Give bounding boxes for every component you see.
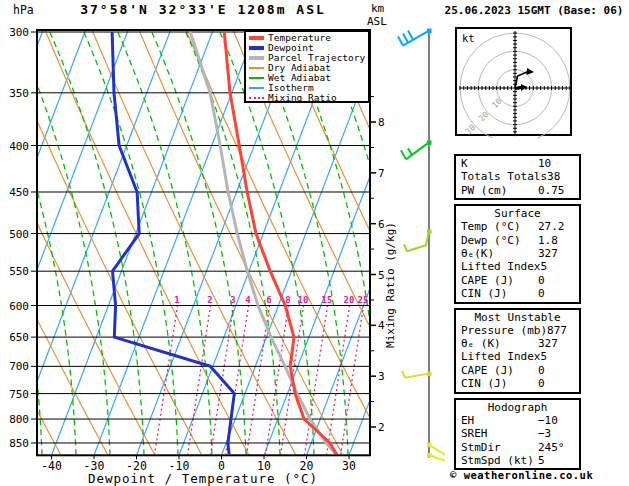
trace-arrowhead bbox=[527, 68, 535, 75]
row-value: 327 bbox=[538, 247, 576, 260]
row-label: Lifted Index bbox=[461, 260, 540, 273]
table-row: CAPE (J)0 bbox=[456, 364, 579, 377]
table-row: Pressure (mb)877 bbox=[456, 324, 579, 337]
svg-text:2: 2 bbox=[207, 295, 212, 305]
hodograph-ring-label: 30 bbox=[463, 122, 477, 136]
row-value: 0 bbox=[538, 287, 576, 300]
svg-text:850: 850 bbox=[9, 437, 29, 450]
hodograph-ring-label: 10 bbox=[490, 96, 504, 110]
wind-barb bbox=[402, 371, 432, 378]
wind-barb bbox=[404, 229, 432, 251]
svg-text:25: 25 bbox=[358, 295, 369, 305]
indices-panel: K10Totals Totals38PW (cm)0.75 SurfaceTem… bbox=[454, 154, 581, 474]
table-title: Surface bbox=[456, 207, 579, 220]
legend-swatch-icon bbox=[249, 77, 264, 79]
wind-barb bbox=[427, 453, 445, 463]
svg-text:-40: -40 bbox=[41, 459, 62, 473]
svg-text:800: 800 bbox=[9, 413, 29, 426]
row-label: CIN (J) bbox=[461, 287, 538, 300]
wet-adiabat-lines bbox=[0, 30, 445, 455]
skewt-sounding-app: 12346810152025hPa30035040045050055060065… bbox=[0, 0, 629, 486]
svg-text:450: 450 bbox=[9, 186, 29, 199]
row-label: StmDir bbox=[461, 441, 538, 454]
svg-text:hPa: hPa bbox=[13, 3, 34, 17]
legend-swatch-icon bbox=[249, 97, 264, 99]
row-value: 0 bbox=[538, 364, 576, 377]
mixing-ratio-axis-label: Mixing Ratio (g/kg) bbox=[384, 222, 397, 348]
station-title: 37°58'N 32°33'E 1208m ASL bbox=[38, 2, 368, 17]
row-value: 0 bbox=[538, 274, 576, 287]
svg-text:8: 8 bbox=[285, 295, 290, 305]
row-value: 877 bbox=[547, 324, 585, 337]
hodograph-unit-label: kt bbox=[462, 32, 475, 44]
row-label: CIN (J) bbox=[461, 377, 538, 390]
skewt-chart: 12346810152025hPa30035040045050055060065… bbox=[0, 0, 445, 486]
svg-text:3: 3 bbox=[378, 370, 385, 383]
svg-text:600: 600 bbox=[9, 300, 29, 313]
table-row: StmSpd (kt)5 bbox=[456, 454, 579, 467]
row-label: StmSpd (kt) bbox=[461, 454, 538, 467]
svg-text:350: 350 bbox=[9, 87, 29, 100]
most-unstable-table: Most UnstablePressure (mb)877θₑ (K)327Li… bbox=[454, 308, 581, 394]
row-value: 245° bbox=[538, 441, 576, 454]
indices-table: K10Totals Totals38PW (cm)0.75 bbox=[454, 154, 581, 200]
svg-text:20: 20 bbox=[344, 295, 355, 305]
table-row: CIN (J)0 bbox=[456, 287, 579, 300]
datetime-title: 25.06.2023 15GMT (Base: 06) bbox=[440, 4, 628, 17]
hodograph-table: HodographEH−10SREH−3StmDir245°StmSpd (kt… bbox=[454, 398, 581, 471]
svg-text:750: 750 bbox=[9, 388, 29, 401]
row-value: 10 bbox=[538, 157, 576, 170]
row-value: −3 bbox=[538, 427, 576, 440]
legend-swatch-icon bbox=[249, 87, 264, 89]
table-row: Temp (°C)27.2 bbox=[456, 220, 579, 233]
storm-motion-vector bbox=[515, 87, 522, 88]
row-value: 1.8 bbox=[538, 234, 576, 247]
table-title: Hodograph bbox=[456, 401, 579, 414]
legend-swatch-icon bbox=[249, 46, 264, 50]
svg-text:700: 700 bbox=[9, 360, 29, 373]
chart-legend: TemperatureDewpointParcel TrajectoryDry … bbox=[244, 30, 370, 103]
svg-text:Dewpoint / Temperature (°C): Dewpoint / Temperature (°C) bbox=[88, 471, 318, 486]
svg-text:4: 4 bbox=[245, 295, 251, 305]
row-value: 38 bbox=[547, 170, 585, 183]
table-row: EH−10 bbox=[456, 414, 579, 427]
km-axis: kmASL8765432Mixing Ratio (g/kg) bbox=[367, 2, 397, 434]
table-row: Lifted Index5 bbox=[456, 260, 579, 273]
row-label: PW (cm) bbox=[461, 184, 538, 197]
row-value: 327 bbox=[538, 337, 576, 350]
row-value: 27.2 bbox=[538, 220, 576, 233]
table-row: Dewp (°C)1.8 bbox=[456, 234, 579, 247]
row-value: 5 bbox=[538, 454, 576, 467]
svg-text:15: 15 bbox=[322, 295, 333, 305]
row-label: CAPE (J) bbox=[461, 274, 538, 287]
table-row: θₑ (K)327 bbox=[456, 337, 579, 350]
row-value: 5 bbox=[540, 350, 578, 363]
legend-swatch-icon bbox=[249, 67, 264, 69]
row-label: Lifted Index bbox=[461, 350, 540, 363]
svg-text:400: 400 bbox=[9, 140, 29, 153]
surface-table: SurfaceTemp (°C)27.2Dewp (°C)1.8θₑ(K)327… bbox=[454, 204, 581, 303]
isotherm-lines bbox=[0, 30, 445, 455]
row-label: CAPE (J) bbox=[461, 364, 538, 377]
hodograph-panel: 102030kt bbox=[455, 27, 572, 136]
table-title: Most Unstable bbox=[456, 311, 579, 324]
svg-text:km: km bbox=[371, 2, 385, 15]
legend-swatch-icon bbox=[249, 36, 264, 40]
mixing-ratio-lines bbox=[155, 306, 364, 455]
svg-text:2: 2 bbox=[378, 421, 385, 434]
pressure-axis: hPa300350400450500550600650700750800850 bbox=[9, 3, 37, 450]
svg-text:30: 30 bbox=[342, 459, 356, 473]
row-label: θₑ (K) bbox=[461, 337, 538, 350]
table-row: Totals Totals38 bbox=[456, 170, 579, 183]
temperature-axis: -40-30-20-100102030Dewpoint / Temperatur… bbox=[41, 455, 356, 486]
row-label: K bbox=[461, 157, 538, 170]
svg-text:ASL: ASL bbox=[367, 15, 387, 28]
table-row: SREH−3 bbox=[456, 427, 579, 440]
table-row: CAPE (J)0 bbox=[456, 274, 579, 287]
svg-text:3: 3 bbox=[230, 295, 235, 305]
svg-text:6: 6 bbox=[266, 295, 271, 305]
svg-text:1: 1 bbox=[174, 295, 179, 305]
row-label: EH bbox=[461, 414, 538, 427]
row-label: Temp (°C) bbox=[461, 220, 538, 233]
svg-text:8: 8 bbox=[378, 116, 385, 129]
